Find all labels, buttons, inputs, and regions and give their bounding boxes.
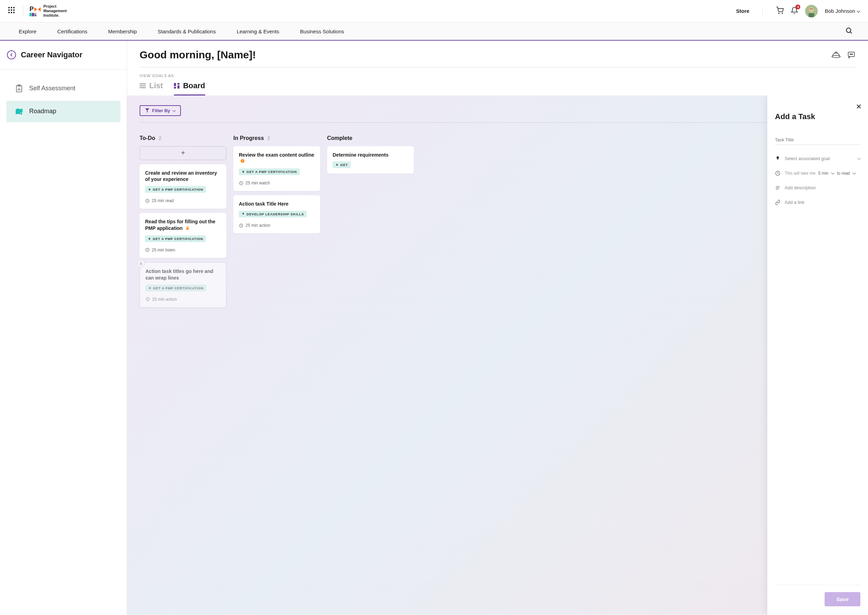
card-meta: 25 min read — [145, 198, 221, 203]
clock-icon — [775, 170, 781, 176]
card-title: Action task Title Here — [239, 201, 315, 207]
pmi-logo[interactable]: P Project Management Institute. — [30, 4, 67, 18]
card-meta: 25 min action — [145, 297, 220, 302]
sidebar-item-self-assessment[interactable]: Self Assessment — [6, 78, 120, 99]
user-menu[interactable]: Bob Johnson — [824, 8, 860, 14]
svg-rect-24 — [178, 86, 179, 89]
view-goals-label: VIEW GOALS AS: — [140, 73, 856, 78]
back-button[interactable] — [7, 50, 16, 59]
cart-icon[interactable] — [776, 6, 784, 16]
column-count: 2 — [267, 136, 270, 141]
svg-rect-23 — [178, 83, 179, 85]
close-icon[interactable]: ✕ — [856, 103, 862, 111]
svg-point-0 — [779, 13, 779, 14]
pin-icon — [242, 212, 245, 215]
task-card[interactable]: Read the tips for filling out the PMP ap… — [140, 213, 226, 258]
pin-icon — [775, 156, 781, 161]
chat-icon[interactable] — [847, 51, 856, 59]
column-title: In Progress — [233, 135, 264, 141]
description-field[interactable]: Add description — [785, 185, 816, 190]
star-icon — [148, 188, 151, 191]
task-card[interactable]: Action task titles go here and can wrap … — [140, 262, 226, 308]
task-title-input[interactable] — [775, 135, 860, 145]
store-link[interactable]: Store — [736, 8, 749, 14]
clock-icon — [145, 297, 150, 301]
time-mode-select[interactable]: to read — [837, 171, 856, 176]
tab-board[interactable]: Board — [174, 81, 205, 95]
chevron-down-icon — [832, 171, 834, 176]
apps-grid-icon[interactable] — [8, 7, 17, 15]
column-title: To-Do — [140, 135, 155, 141]
time-duration-select[interactable]: 5 min — [818, 171, 834, 176]
card-tag: GET A PMP CERTIFICATION — [145, 285, 206, 291]
add-card-button[interactable]: + — [140, 146, 226, 160]
sidebar-item-label: Roadmap — [29, 108, 56, 115]
nav-membership[interactable]: Membership — [98, 23, 148, 40]
tab-list[interactable]: List — [140, 81, 163, 95]
nav-certifications[interactable]: Certifications — [47, 23, 98, 40]
clipboard-chart-icon — [15, 84, 23, 93]
nav-standards[interactable]: Standards & Publications — [147, 23, 226, 40]
search-icon[interactable] — [845, 27, 860, 36]
sidebar-item-label: Self Assessment — [29, 85, 75, 92]
task-card[interactable]: Review the exam content outline i GET A … — [233, 146, 320, 191]
sidebar: Career Navigator Self Assessment Roadmap — [0, 41, 127, 615]
lock-badge-icon — [137, 260, 145, 267]
svg-point-15 — [850, 54, 851, 55]
card-tag: GET A PMP CERTIFICATION — [145, 186, 206, 193]
clock-icon — [239, 223, 243, 228]
card-title: Create and review an inventory of your e… — [145, 170, 221, 183]
nav-explore[interactable]: Explore — [8, 23, 47, 40]
board: Filter By To-Do2+ Create and review an i… — [127, 95, 868, 615]
add-task-panel: ✕ Add a Task Select associated goal This — [767, 95, 868, 615]
goal-select[interactable]: Select associated goal — [785, 156, 860, 161]
logo-text: Project Management Institute. — [44, 4, 67, 18]
panel-title: Add a Task — [775, 112, 860, 121]
board-column: In Progress2 Review the exam content out… — [233, 135, 320, 312]
star-icon — [148, 287, 151, 290]
nav-business[interactable]: Business Solutions — [290, 23, 354, 40]
hardhat-icon[interactable] — [831, 51, 841, 59]
card-meta: 25 min watch — [239, 181, 315, 186]
nav-learning[interactable]: Learning & Events — [226, 23, 290, 40]
sidebar-item-roadmap[interactable]: Roadmap — [6, 101, 120, 122]
topbar: P Project Management Institute. Store 4 … — [0, 0, 868, 23]
svg-point-16 — [851, 54, 852, 55]
svg-text:i: i — [242, 160, 243, 163]
description-icon — [775, 185, 781, 190]
svg-rect-26 — [186, 228, 189, 230]
card-meta: 25 min listen — [145, 248, 221, 253]
svg-rect-19 — [140, 85, 146, 86]
user-name-label: Bob Johnson — [824, 8, 855, 14]
avatar[interactable] — [805, 5, 818, 17]
clock-icon — [145, 248, 150, 252]
card-tag: GET — [333, 161, 351, 168]
board-column: Complete Determine requirements GET — [327, 135, 414, 312]
filter-icon — [145, 108, 149, 112]
chevron-down-icon — [857, 8, 860, 14]
column-title: Complete — [327, 135, 352, 141]
task-card[interactable]: Action task Title Here DEVELOP LEADERSHI… — [233, 195, 320, 233]
card-tag: GET A PMP CERTIFICATION — [239, 169, 300, 175]
lock-icon — [185, 225, 190, 232]
chevron-down-icon — [173, 108, 175, 113]
star-icon — [148, 237, 151, 240]
link-icon — [775, 200, 781, 205]
task-card[interactable]: Create and review an inventory of your e… — [140, 164, 226, 209]
task-card[interactable]: Determine requirements GET — [327, 146, 414, 174]
star-icon — [242, 170, 245, 173]
star-icon — [335, 163, 338, 166]
card-title: Action task titles go here and can wrap … — [145, 268, 220, 281]
svg-rect-18 — [140, 83, 146, 84]
board-column: To-Do2+ Create and review an inventory o… — [140, 135, 226, 312]
link-field[interactable]: Add a link — [785, 200, 804, 205]
card-title: Review the exam content outline i — [239, 152, 315, 165]
chevron-down-icon — [858, 156, 860, 161]
save-button[interactable]: Save — [824, 592, 860, 606]
column-count: 2 — [159, 136, 161, 141]
chevron-down-icon — [853, 171, 856, 176]
notifications-icon[interactable]: 4 — [790, 6, 798, 16]
filter-button[interactable]: Filter By — [140, 105, 181, 116]
clock-icon — [239, 181, 243, 186]
card-tag: DEVELOP LEADERSHIP SKILLS — [239, 211, 307, 217]
